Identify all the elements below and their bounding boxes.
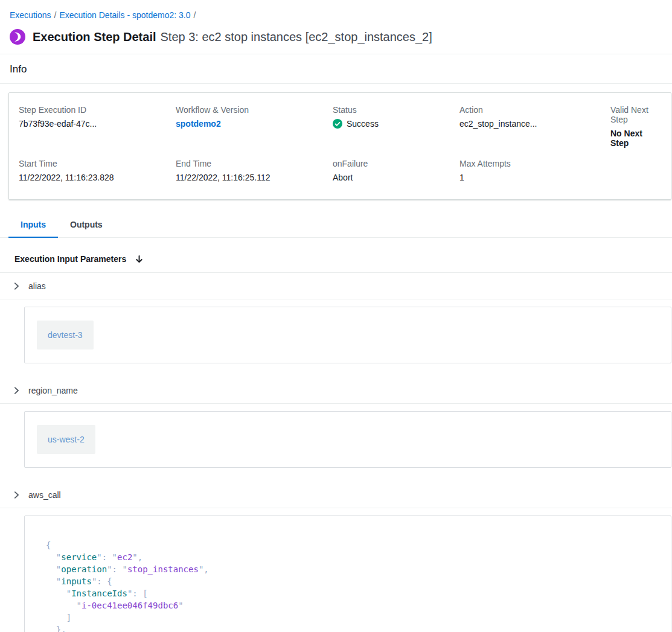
param-value-box-alias: devtest-3 [24,307,671,363]
chevron-right-icon [12,282,21,290]
breadcrumb-separator: / [54,10,56,20]
field-value: No Next Step [610,129,656,148]
field-value: 11/22/2022, 11:16:23.828 [19,173,171,182]
tab-outputs[interactable]: Outputs [58,213,115,237]
info-field-action: Action ec2_stop_instance... [459,100,610,154]
expander-alias[interactable]: alias [0,273,672,299]
info-field-onfailure: onFailure Abort [333,154,459,188]
field-label: Action [459,105,606,115]
workflow-link[interactable]: spotdemo2 [176,119,221,129]
field-value: spotdemo2 [176,119,328,129]
param-value-chip: devtest-3 [37,321,94,350]
download-arrow-icon[interactable] [135,255,144,264]
field-label: Workflow & Version [176,105,328,115]
expander-region-name[interactable]: region_name [0,377,672,403]
chevron-right-icon [12,491,21,499]
info-card: Step Execution ID 7b73f93e-edaf-47c... W… [8,92,671,200]
chevron-right-icon [12,386,21,395]
info-field-max-attempts: Max Attempts 1 [459,154,610,188]
expander-aws-call[interactable]: aws_call [0,482,672,508]
info-field-valid-next-step: Valid Next Step No Next Step [610,100,661,154]
field-label: End Time [176,159,328,168]
page-subtitle: Step 3: ec2 stop instances [ec2_stop_ins… [161,30,432,43]
success-check-icon [333,119,342,129]
breadcrumb-executions-link[interactable]: Executions [10,10,51,20]
param-name: aws_call [28,490,61,500]
field-label: onFailure [333,159,455,168]
info-heading: Info [0,54,672,83]
field-value: Success [333,119,455,129]
param-value-box-region-name: us-west-2 [24,411,671,468]
tabs: Inputs Outputs [0,213,672,238]
tab-inputs[interactable]: Inputs [8,213,58,238]
breadcrumb-separator: / [194,10,196,20]
field-label: Max Attempts [459,159,606,168]
field-label: Valid Next Step [610,105,656,124]
param-value-box-aws-call: { "service": "ec2", "operation": "stop_i… [24,515,671,632]
expander-divider [0,508,672,508]
workflow-logo-icon [10,29,25,45]
page-title: Execution Step Detail [33,30,156,43]
info-field-end-time: End Time 11/22/2022, 11:16:25.112 [176,154,333,188]
code-block: { "service": "ec2", "operation": "stop_i… [46,539,659,632]
param-name: alias [28,281,46,291]
breadcrumb-execution-details-link[interactable]: Execution Details - spotdemo2: 3.0 [59,10,190,20]
info-divider [0,83,672,84]
params-header: Execution Input Parameters [0,238,672,272]
field-value: Abort [333,173,455,182]
status-text: Success [347,119,379,129]
field-value: 7b73f93e-edaf-47c... [19,119,171,129]
field-value: ec2_stop_instance... [459,119,606,129]
field-label: Status [333,105,455,115]
expander-divider [0,299,672,299]
params-heading: Execution Input Parameters [14,254,126,264]
page-header: Execution Step DetailStep 3: ec2 stop in… [0,20,672,54]
expander-divider [0,403,672,404]
info-field-workflow-version: Workflow & Version spotdemo2 [176,100,333,154]
info-field-step-execution-id: Step Execution ID 7b73f93e-edaf-47c... [19,100,176,154]
param-name: region_name [28,386,78,395]
field-value: 11/22/2022, 11:16:25.112 [176,173,328,182]
page-title-line: Execution Step DetailStep 3: ec2 stop in… [33,29,432,45]
info-field-start-time: Start Time 11/22/2022, 11:16:23.828 [19,154,176,188]
param-value-chip: us-west-2 [37,425,95,454]
info-field-status: Status Success [333,100,459,154]
field-value: 1 [459,173,606,182]
field-label: Start Time [19,159,171,168]
field-label: Step Execution ID [19,105,171,115]
breadcrumb: Executions/Execution Details - spotdemo2… [0,0,672,20]
